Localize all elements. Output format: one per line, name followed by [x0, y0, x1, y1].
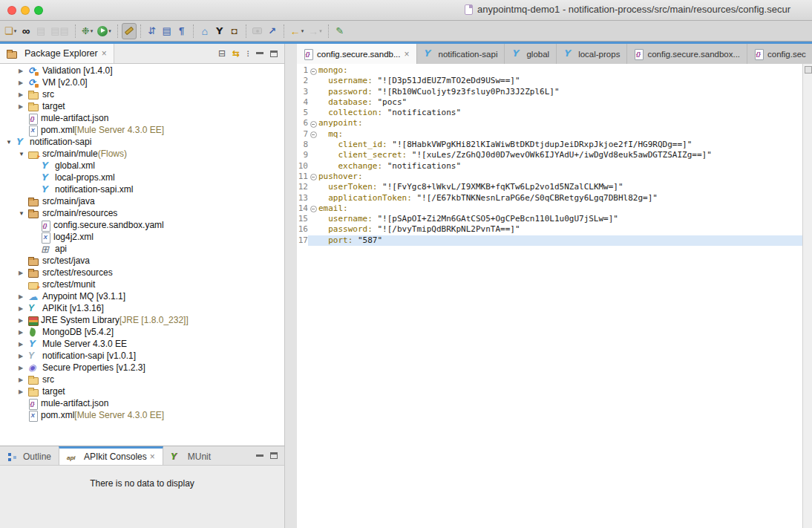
tree-item[interactable]: src/main/java — [0, 195, 284, 207]
chevron-right-icon[interactable] — [19, 91, 28, 98]
tab-package-explorer[interactable]: Package Explorer × — [0, 44, 114, 63]
fold-gutter[interactable] — [308, 97, 318, 108]
tree-item[interactable]: src — [0, 374, 284, 385]
minimize-view-icon[interactable] — [256, 52, 263, 54]
code-line[interactable]: 6anypoint: — [297, 118, 802, 128]
tree-item[interactable]: target — [0, 385, 284, 397]
tree-item[interactable]: src/test/munit — [0, 278, 284, 290]
tree-item[interactable]: JRE System Library [JRE [1.8.0_232]] — [0, 314, 284, 326]
deploy-package-button[interactable]: ◘ — [227, 23, 242, 39]
show-whitespace-button[interactable]: ¶ — [174, 23, 189, 39]
fold-collapse-icon[interactable] — [308, 172, 318, 182]
forward-button[interactable]: →▾ — [306, 23, 324, 39]
chevron-right-icon[interactable] — [19, 270, 28, 276]
chevron-right-icon[interactable] — [19, 341, 28, 348]
chevron-right-icon[interactable] — [19, 103, 28, 110]
tree-item[interactable]: APIKit [v1.3.16] — [0, 302, 284, 314]
fold-gutter[interactable] — [308, 214, 318, 224]
tree-item[interactable]: src/test/java — [0, 255, 284, 267]
code-line[interactable]: 7 mq: — [297, 129, 802, 140]
code-line[interactable]: 11pushover: — [297, 172, 802, 182]
clear-highlight-button[interactable] — [122, 23, 137, 39]
tab-apikit-consoles[interactable]: APIkit Consoles× — [59, 446, 163, 465]
tree-item[interactable]: src/main/mule (Flows) — [0, 148, 284, 160]
code-line[interactable]: 1mongo: — [297, 65, 802, 76]
code-line[interactable]: 2 username: "![D3p51JdEUZ7mTO2eDd9USw==]… — [297, 76, 802, 86]
project-tree[interactable]: Validation [v1.4.0] VM [v2.0.0] src targ… — [0, 64, 284, 446]
view-menu-icon[interactable]: ⁝ — [246, 49, 249, 58]
close-icon[interactable]: × — [150, 452, 155, 462]
chevron-right-icon[interactable] — [19, 68, 28, 74]
fold-collapse-icon[interactable] — [308, 118, 318, 128]
editor-tab-config-sec[interactable]: config.sec — [747, 44, 812, 64]
tree-item[interactable]: mule-artifact.json — [0, 112, 284, 124]
fold-gutter[interactable] — [308, 224, 318, 235]
fold-gutter[interactable] — [308, 182, 318, 192]
editor-tab-config-secure-sandbox[interactable]: config.secure.sandb...× — [297, 44, 417, 64]
code-line[interactable]: 12 userToken: "![FvYgc8+lWkvL/I9XMKB+fqK… — [297, 182, 802, 192]
tab-outline[interactable]: Outline — [0, 446, 59, 465]
fold-gutter[interactable] — [308, 150, 318, 160]
refresh-doc-button[interactable]: ⇵ — [145, 23, 160, 39]
mule-project-button[interactable]: Y — [212, 23, 227, 39]
chevron-right-icon[interactable] — [19, 377, 28, 383]
fold-gutter[interactable] — [308, 193, 318, 203]
fold-gutter[interactable] — [308, 161, 318, 172]
editor-tab-local-props[interactable]: local-props — [557, 44, 627, 64]
fold-gutter[interactable] — [308, 87, 318, 97]
tree-item[interactable]: global.xml — [0, 160, 284, 172]
editor-tab-config-secure-sandbox-2[interactable]: config.secure.sandbox... — [627, 44, 747, 64]
tree-item[interactable]: src — [0, 88, 284, 100]
tree-item[interactable]: Secure Properties [v1.2.3] — [0, 362, 284, 374]
code-line[interactable]: 8 client_id: "![8HabkVWPgKHi82lKIaWiwBtD… — [297, 140, 802, 150]
minimize-window-button[interactable] — [21, 6, 30, 15]
chevron-right-icon[interactable] — [19, 353, 28, 359]
chevron-right-icon[interactable] — [19, 388, 28, 395]
back-button[interactable]: ←▾ — [288, 23, 307, 39]
editor-tab-global[interactable]: global — [505, 44, 557, 64]
fold-collapse-icon[interactable] — [308, 65, 318, 76]
tree-item[interactable]: pom.xml [Mule Server 4.3.0 EE] — [0, 409, 284, 421]
close-window-button[interactable] — [7, 6, 16, 15]
tree-item[interactable]: config.secure.sandbox.yaml — [0, 219, 284, 231]
code-line[interactable]: 13 applicationToken: "![/E67kbTNKNesnLra… — [297, 193, 802, 203]
fold-collapse-icon[interactable] — [308, 129, 318, 140]
tab-munit[interactable]: MUnit — [163, 446, 218, 465]
chevron-right-icon[interactable] — [19, 317, 28, 324]
fold-gutter[interactable] — [308, 108, 318, 118]
chevron-down-icon[interactable] — [19, 210, 28, 217]
overview-ruler[interactable] — [802, 64, 812, 528]
code-line[interactable]: 4 database: "pocs" — [297, 97, 802, 108]
code-line[interactable]: 16 password: "![/bvyTmipQdBRKpNL2PvnTA==… — [297, 224, 802, 235]
anypoint-button[interactable]: ⌂ — [197, 23, 212, 39]
fold-gutter[interactable] — [308, 140, 318, 150]
tree-item[interactable]: pom.xml [Mule Server 4.3.0 EE] — [0, 124, 284, 136]
tree-item[interactable]: mule-artifact.json — [0, 397, 284, 409]
show-source-button[interactable]: ▤ — [160, 23, 174, 39]
code-line[interactable]: 9 client_secret: "![xuLes/ZzGhQJ0d0D7wev… — [297, 150, 802, 160]
code-line[interactable]: 5 collection: "notifications" — [297, 108, 802, 118]
code-line[interactable]: 10 exchange: "notifications" — [297, 161, 802, 172]
close-icon[interactable]: × — [405, 49, 410, 59]
fold-gutter[interactable] — [308, 235, 318, 246]
fold-collapse-icon[interactable] — [308, 203, 318, 214]
save-button[interactable]: ▤ — [33, 23, 48, 39]
tree-item[interactable]: Anypoint MQ [v3.1.1] — [0, 290, 284, 302]
tree-item[interactable]: notification-sapi — [0, 136, 284, 148]
editor-body[interactable]: 1mongo: 2 username: "![D3p51JdEUZ7mTO2eD… — [297, 64, 812, 528]
tree-item[interactable]: target — [0, 100, 284, 112]
tree-item[interactable]: notification-sapi.xml — [0, 183, 284, 195]
link-with-editor-icon[interactable]: ⇆ — [232, 49, 240, 58]
tree-item[interactable]: MongoDB [v5.4.2] — [0, 326, 284, 338]
code-line-current[interactable]: 17 port: "587" — [297, 235, 802, 246]
chevron-right-icon[interactable] — [19, 329, 28, 336]
debug-button[interactable]: ❉▾ — [79, 23, 95, 39]
screenshot-button[interactable] — [250, 23, 265, 39]
editor-tab-notification-sapi[interactable]: notification-sapi — [417, 44, 505, 64]
code-area[interactable]: 1mongo: 2 username: "![D3p51JdEUZ7mTO2eD… — [297, 64, 802, 528]
code-line[interactable]: 3 password: "![Rb10WCuoljyt9z3fsluy0PnJ3… — [297, 87, 802, 97]
fold-gutter[interactable] — [308, 76, 318, 86]
save-all-button[interactable]: ▤▤ — [48, 23, 71, 39]
zoom-window-button[interactable] — [34, 6, 43, 15]
collapse-all-icon[interactable]: ⊟ — [218, 49, 226, 58]
